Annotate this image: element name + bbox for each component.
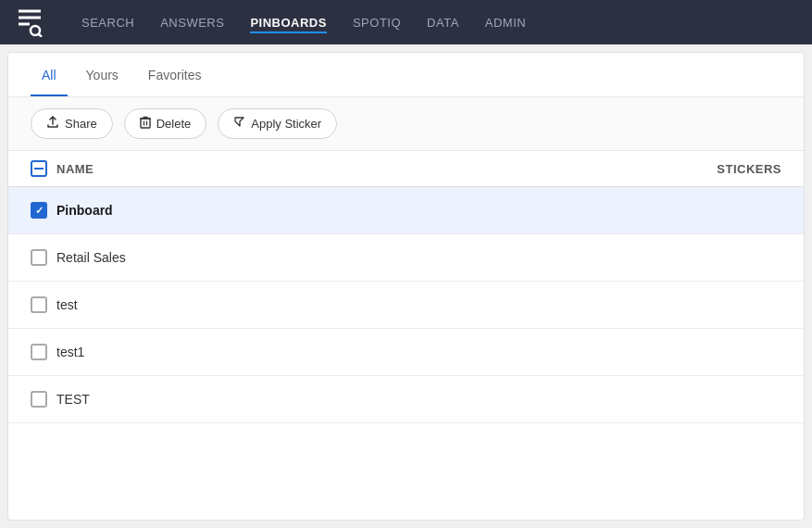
nav-search[interactable]: SEARCH xyxy=(81,12,134,33)
nav-spotiq[interactable]: SPOTIQ xyxy=(353,12,401,33)
header-checkbox[interactable] xyxy=(31,160,47,177)
row-checkbox-pinboard[interactable] xyxy=(31,202,56,219)
nav-links: SEARCH ANSWERS PINBOARDS SPOTIQ DATA ADM… xyxy=(81,12,797,33)
table-row[interactable]: Pinboard xyxy=(8,187,804,234)
table-row[interactable]: test xyxy=(8,282,804,329)
table-header: Name Stickers xyxy=(8,151,804,187)
row-checkbox-test1[interactable] xyxy=(31,344,56,360)
main-content: All Yours Favorites Share xyxy=(7,52,805,521)
nav-data[interactable]: DATA xyxy=(427,12,459,33)
table-row[interactable]: Retail Sales xyxy=(8,234,804,282)
row-name-test: test xyxy=(56,297,781,312)
nav-pinboards[interactable]: PINBOARDS xyxy=(250,12,327,33)
tabs-bar: All Yours Favorites xyxy=(8,53,804,97)
share-button[interactable]: Share xyxy=(31,108,113,139)
table-row[interactable]: test1 xyxy=(8,329,804,376)
row-name-retail: Retail Sales xyxy=(56,250,781,265)
tab-all[interactable]: All xyxy=(31,55,68,95)
column-header-name: Name xyxy=(56,162,670,176)
nav-admin[interactable]: ADMIN xyxy=(485,12,526,33)
sticker-icon xyxy=(233,116,245,132)
tab-yours[interactable]: Yours xyxy=(75,55,130,95)
row-name-TEST: TEST xyxy=(56,392,781,407)
action-toolbar: Share Delete Apply Sticker xyxy=(8,97,804,151)
column-header-stickers: Stickers xyxy=(670,162,781,176)
logo[interactable] xyxy=(15,7,44,37)
delete-icon xyxy=(140,116,151,132)
apply-sticker-button[interactable]: Apply Sticker xyxy=(218,108,337,139)
row-checkbox-TEST[interactable] xyxy=(31,391,56,408)
table-row[interactable]: TEST xyxy=(8,376,804,423)
nav-answers[interactable]: ANSWERS xyxy=(160,12,224,33)
top-navigation: SEARCH ANSWERS PINBOARDS SPOTIQ DATA ADM… xyxy=(0,0,812,44)
row-name-pinboard: Pinboard xyxy=(56,203,781,218)
select-all-checkbox[interactable] xyxy=(31,160,56,177)
pinboards-table: Name Stickers Pinboard Retail Sales test xyxy=(8,151,804,521)
share-icon xyxy=(46,116,59,132)
row-checkbox-retail[interactable] xyxy=(31,249,56,266)
row-name-test1: test1 xyxy=(56,345,781,359)
svg-rect-6 xyxy=(141,119,150,128)
tab-favorites[interactable]: Favorites xyxy=(137,55,213,95)
delete-button[interactable]: Delete xyxy=(124,108,207,139)
row-checkbox-test[interactable] xyxy=(31,296,56,313)
